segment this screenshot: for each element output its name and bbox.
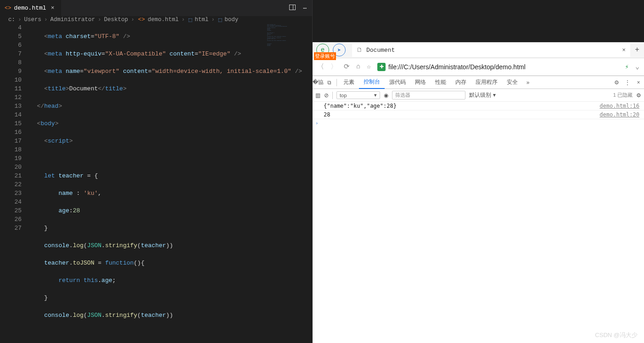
clear-console-icon[interactable]: ⊘	[324, 92, 329, 99]
browser-tab[interactable]: 🗋 Document ×	[352, 43, 630, 57]
login-badge[interactable]: 登录账号	[314, 52, 336, 60]
console-prompt[interactable]: ›	[313, 119, 644, 127]
filter-input[interactable]: 筛选器	[392, 91, 465, 100]
new-tab-button[interactable]: +	[630, 46, 644, 54]
split-editor-icon[interactable]	[289, 5, 296, 12]
code-content[interactable]: <meta charset="UTF-8" /> <meta http-equi…	[30, 23, 312, 343]
inspect-element-icon[interactable]: �協	[313, 78, 324, 86]
reload-icon[interactable]: ⟳	[344, 62, 350, 71]
html-file-icon: <>	[138, 17, 145, 23]
browser-header: 登录账号 e ➤ 🗋 Document × +	[313, 42, 644, 58]
devtools-tab[interactable]: 元素	[339, 76, 359, 89]
live-expression-icon[interactable]: ◉	[384, 92, 388, 99]
browser-tab-title: Document	[366, 47, 395, 54]
more-tabs-icon[interactable]: »	[522, 79, 533, 86]
document-icon: 🗋	[357, 47, 363, 54]
browser-pane: 登录账号 e ➤ 🗋 Document × + 〈 〉 ⟳ ⌂ ☆ ✚ file…	[312, 0, 644, 343]
log-level-selector[interactable]: 默认级别 ▾	[469, 91, 495, 99]
more-actions-icon[interactable]: ⋯	[303, 5, 307, 12]
devtools-tab[interactable]: 控制台	[359, 76, 385, 89]
editor-tab-bar: <> demo.html × ⋯	[0, 0, 312, 16]
console-message: {"name":"ku","age":28}	[324, 103, 397, 109]
gear-icon[interactable]: ⚙	[636, 92, 641, 99]
console-source-link[interactable]: demo.html:16	[599, 103, 639, 109]
favorite-icon[interactable]: ☆	[367, 62, 371, 71]
element-icon: ⬚	[218, 16, 222, 23]
editor-tab[interactable]: <> demo.html ×	[0, 0, 62, 16]
console-source-link[interactable]: demo.html:20	[599, 111, 639, 118]
kebab-icon[interactable]: ⋮	[622, 79, 633, 86]
back-icon[interactable]: 〈	[317, 62, 324, 71]
bolt-icon[interactable]: ⚡	[625, 63, 629, 71]
chevron-down-icon[interactable]: ⌄	[635, 62, 639, 71]
gear-icon[interactable]: ⚙	[611, 79, 622, 86]
devtools-tab[interactable]: 内存	[451, 76, 471, 89]
address-bar: 〈 〉 ⟳ ⌂ ☆ ✚ file:///C:/Users/Administrat…	[313, 58, 644, 76]
console-toolbar: ▥ ⊘ top▾ ◉ 筛选器 默认级别 ▾ 1 已隐藏 ⚙	[313, 89, 644, 102]
html-file-icon: <>	[5, 5, 11, 11]
close-icon[interactable]: ×	[633, 79, 644, 86]
devtools-tab[interactable]: 网络	[410, 76, 431, 89]
devtools-tab[interactable]: 应用程序	[471, 76, 502, 89]
devtools: �協 ⧉ 元素控制台源代码网络性能内存应用程序安全 » ⚙ ⋮ × ▥ ⊘ to…	[313, 76, 644, 343]
breadcrumb-segment[interactable]: Users	[24, 17, 42, 23]
breadcrumb-segment[interactable]: html	[195, 17, 208, 23]
close-icon[interactable]: ×	[49, 5, 56, 11]
home-icon[interactable]: ⌂	[356, 63, 360, 71]
watermark: CSDN @冯大少	[595, 331, 638, 339]
url-text: file:///C:/Users/Administrator/Desktop/d…	[388, 63, 526, 71]
shield-icon: ✚	[377, 63, 386, 71]
console-output[interactable]: {"name":"ku","age":28}demo.html:1628demo…	[313, 102, 644, 343]
editor-tab-title: demo.html	[14, 5, 46, 11]
console-row[interactable]: 28demo.html:20	[313, 111, 644, 119]
breadcrumb-segment[interactable]: Administrator	[50, 17, 95, 23]
code-area[interactable]: 4567891011121314151617181920212223242526…	[0, 23, 312, 343]
breadcrumb[interactable]: c:› Users› Administrator› Desktop› <> de…	[0, 16, 312, 23]
close-icon[interactable]: ×	[622, 47, 626, 54]
devtools-tab[interactable]: 性能	[431, 76, 451, 89]
breadcrumb-segment[interactable]: c:	[8, 17, 15, 23]
url-field[interactable]: ✚ file:///C:/Users/Administrator/Desktop…	[377, 63, 618, 71]
context-selector[interactable]: top▾	[336, 91, 380, 99]
breadcrumb-segment[interactable]: body	[224, 17, 238, 23]
console-message: 28	[324, 111, 330, 118]
line-gutter: 4567891011121314151617181920212223242526…	[0, 23, 30, 343]
editor-actions: ⋯	[289, 5, 312, 12]
devtools-tab[interactable]: 源代码	[385, 76, 410, 89]
console-row[interactable]: {"name":"ku","age":28}demo.html:16	[313, 102, 644, 111]
play-icon[interactable]: ▥	[315, 92, 320, 99]
breadcrumb-segment[interactable]: Desktop	[104, 17, 129, 23]
editor-pane: <> demo.html × ⋯ c:› Users› Administrato…	[0, 0, 312, 343]
devtools-tab[interactable]: 安全	[502, 76, 522, 89]
devtools-tabs: �協 ⧉ 元素控制台源代码网络性能内存应用程序安全 » ⚙ ⋮ ×	[313, 76, 644, 89]
breadcrumb-segment[interactable]: demo.html	[148, 17, 179, 23]
hidden-count: 1 已隐藏	[613, 92, 633, 99]
element-icon: ⬚	[189, 16, 192, 23]
forward-icon[interactable]: 〉	[330, 62, 337, 71]
device-toggle-icon[interactable]: ⧉	[324, 79, 335, 86]
